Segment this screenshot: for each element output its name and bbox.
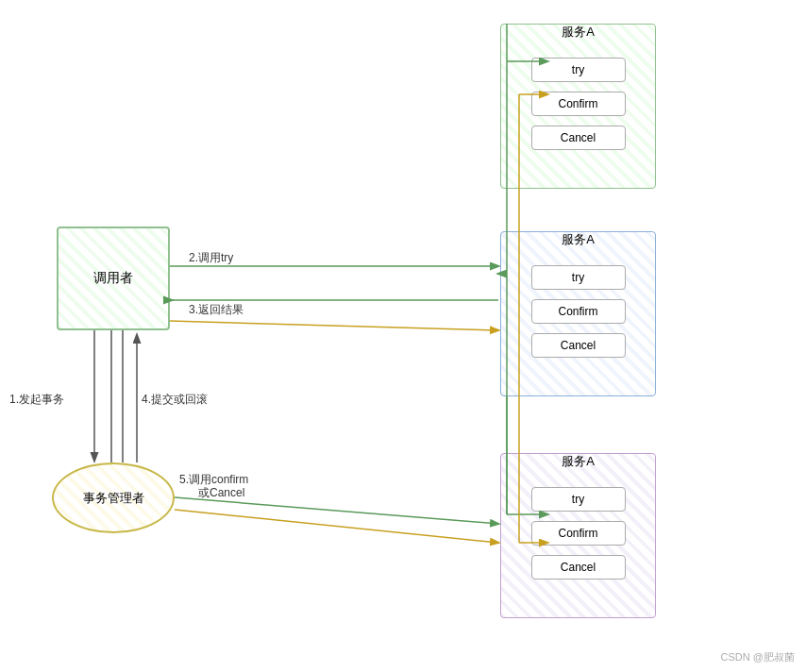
label-start-tx: 1.发起事务 bbox=[9, 392, 64, 408]
service-bot-try: try bbox=[531, 487, 626, 512]
watermark: CSDN @肥叔菌 bbox=[721, 650, 795, 664]
service-top-title: 服务A bbox=[562, 24, 595, 41]
service-mid-try: try bbox=[531, 265, 626, 290]
svg-line-11 bbox=[175, 497, 498, 524]
caller-box: 调用者 bbox=[57, 227, 170, 330]
tm-label: 事务管理者 bbox=[83, 490, 144, 507]
label-invoke-try: 2.调用try bbox=[189, 250, 233, 266]
service-top-try: try bbox=[531, 58, 626, 82]
arrows-overlay bbox=[0, 0, 806, 672]
service-bot-cancel: Cancel bbox=[531, 555, 626, 580]
label-commit-rollback: 4.提交或回滚 bbox=[142, 392, 208, 408]
svg-line-12 bbox=[175, 510, 498, 543]
caller-label: 调用者 bbox=[93, 270, 133, 287]
service-top-confirm: Confirm bbox=[531, 92, 626, 116]
tm-ellipse: 事务管理者 bbox=[52, 462, 175, 533]
service-top-cancel: Cancel bbox=[531, 126, 626, 150]
service-box-top: 服务A try Confirm Cancel bbox=[500, 24, 656, 189]
service-bot-title: 服务A bbox=[562, 453, 595, 470]
service-mid-cancel: Cancel bbox=[531, 333, 626, 358]
svg-line-6 bbox=[170, 321, 498, 330]
label-invoke-confirm-cancel-2: 或Cancel bbox=[198, 485, 244, 501]
diagram-container: 服务A try Confirm Cancel 服务A try Confirm C… bbox=[0, 0, 806, 672]
service-mid-confirm: Confirm bbox=[531, 299, 626, 324]
service-mid-title: 服务A bbox=[562, 231, 595, 248]
service-box-mid: 服务A try Confirm Cancel bbox=[500, 231, 656, 396]
service-box-bot: 服务A try Confirm Cancel bbox=[500, 453, 656, 618]
service-bot-confirm: Confirm bbox=[531, 521, 626, 546]
label-return-result: 3.返回结果 bbox=[189, 302, 243, 318]
